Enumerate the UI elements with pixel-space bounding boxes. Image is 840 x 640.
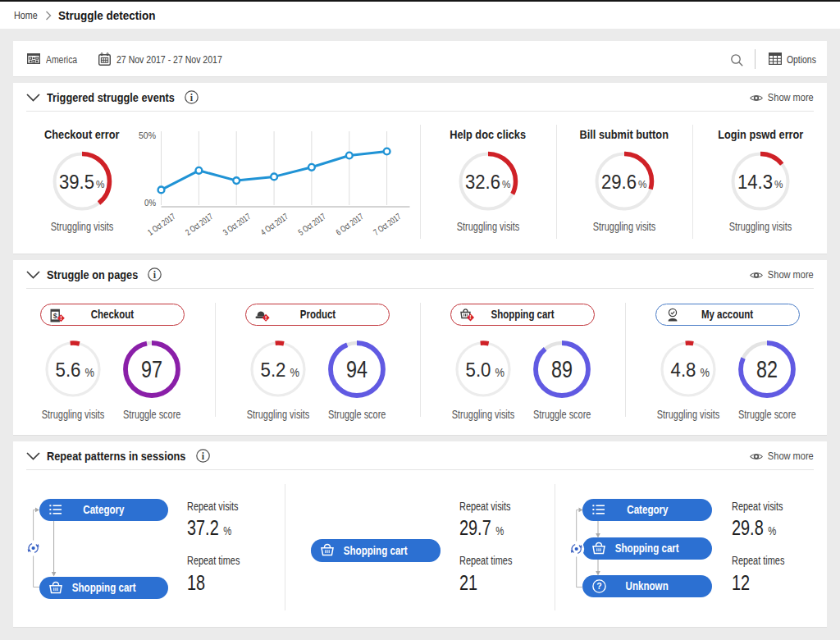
svg-text:%: % [495,366,505,379]
svg-text:$: $ [53,312,57,320]
svg-text:!: ! [60,315,62,321]
svg-text:i: i [190,92,194,103]
svg-text:5.2: 5.2 [261,359,286,381]
svg-text:%: % [502,178,511,190]
svg-text:82: 82 [756,355,778,382]
svg-text:97: 97 [141,355,162,382]
svg-text:0%: 0% [144,198,156,208]
svg-text:2 Oct 2017: 2 Oct 2017 [184,211,215,237]
svg-text:!: ! [265,315,267,321]
svg-text:14.3: 14.3 [737,171,773,193]
svg-text:3 Oct 2017: 3 Oct 2017 [221,211,252,237]
svg-text:%: % [85,366,95,379]
svg-text:6 Oct 2017: 6 Oct 2017 [334,211,365,237]
svg-text:5.0: 5.0 [466,359,491,381]
svg-text:7 Oct 2017: 7 Oct 2017 [372,211,403,237]
svg-text:!: ! [469,314,471,320]
svg-text:4 Oct 2017: 4 Oct 2017 [258,211,290,237]
svg-text:5 Oct 2017: 5 Oct 2017 [296,211,327,237]
svg-text:5.6: 5.6 [56,359,81,381]
svg-text:32.6: 32.6 [465,171,500,193]
svg-text:%: % [290,366,300,379]
svg-text:%: % [96,178,105,190]
svg-text:i: i [153,269,157,281]
svg-text:39.5: 39.5 [59,171,94,193]
svg-text:89: 89 [551,355,573,382]
svg-text:%: % [638,178,647,190]
svg-text:94: 94 [346,355,368,382]
svg-text:1 Oct 2017: 1 Oct 2017 [146,211,177,237]
svg-text:%: % [701,366,710,379]
svg-text:4.8: 4.8 [671,359,696,381]
svg-text:29.6: 29.6 [601,171,637,193]
svg-text:%: % [774,178,783,190]
svg-text:i: i [202,450,205,462]
svg-text:50%: 50% [139,130,156,140]
